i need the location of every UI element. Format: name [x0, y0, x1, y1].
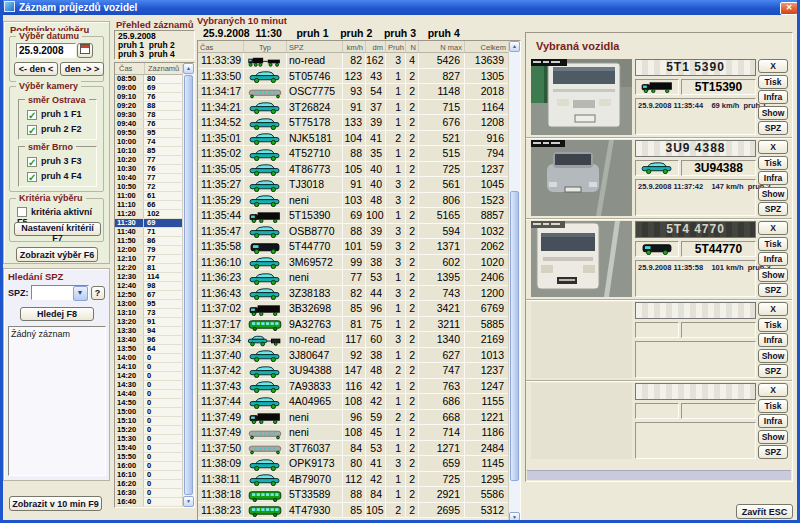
- checkbox-checked-icon[interactable]: ✓: [27, 110, 37, 120]
- table-row[interactable]: 11:35:27 TJ3018 91 40 3 2 561 1045: [198, 177, 509, 193]
- show-button[interactable]: Show: [758, 106, 788, 120]
- next-day-button[interactable]: den -> >: [60, 62, 104, 76]
- show-button[interactable]: Show: [758, 187, 788, 201]
- overview-row-count: 79: [144, 246, 183, 254]
- vehicle-photo[interactable]: [531, 221, 632, 297]
- show-button[interactable]: Show: [758, 430, 788, 444]
- show-selection-button[interactable]: Zobrazit výběr F6: [16, 247, 98, 262]
- table-row[interactable]: 11:38:18 5T33589 88 84 1 2 2921 5586: [198, 487, 509, 503]
- lane1-checkbox-row[interactable]: ✓pruh 1 F1: [27, 109, 82, 120]
- table-row[interactable]: 11:37:44 4A04965 108 42 1 2 686 1155: [198, 394, 509, 410]
- table-row[interactable]: 11:37:42 3U94388 147 48 2 2 747 1237: [198, 363, 509, 379]
- print-button[interactable]: Tisk: [758, 156, 788, 170]
- table-row[interactable]: 11:37:02 3B32698 85 96 1 2 3421 6769: [198, 301, 509, 317]
- close-window-button[interactable]: Zavřít ESC: [736, 504, 793, 519]
- scroll-up-icon[interactable]: ▲: [183, 63, 194, 74]
- print-button[interactable]: Tisk: [758, 318, 788, 332]
- table-row[interactable]: 11:38:09 OPK9173 80 41 3 2 659 1145: [198, 456, 509, 472]
- checkbox-checked-icon[interactable]: ✓: [27, 172, 37, 182]
- table-row[interactable]: 11:35:29 neni 103 48 3 2 806 1523: [198, 193, 509, 209]
- spz-button[interactable]: SPZ: [758, 121, 788, 135]
- table-row[interactable]: 11:33:39 no-read 82 162 3 4 5426 13639: [198, 53, 509, 69]
- vehicle-photo[interactable]: [531, 59, 632, 135]
- infra-button[interactable]: Infra: [758, 171, 788, 185]
- chevron-down-icon[interactable]: ▼: [73, 286, 88, 301]
- remove-button[interactable]: X: [758, 221, 788, 235]
- spz-help-button[interactable]: ?: [91, 286, 105, 300]
- close-icon[interactable]: ✕: [780, 2, 798, 15]
- row-kmh: 82: [343, 286, 366, 302]
- spz-button[interactable]: SPZ: [758, 283, 788, 297]
- spz-combobox[interactable]: ▼: [31, 285, 89, 300]
- scroll-up-icon[interactable]: ▲: [509, 41, 520, 52]
- show-10min-button[interactable]: Zobrazit v 10 min F9: [9, 496, 102, 511]
- table-row[interactable]: 11:36:10 3M69572 99 38 3 2 602 1020: [198, 255, 509, 271]
- prev-day-button[interactable]: <- den <: [14, 62, 58, 76]
- spz-button[interactable]: SPZ: [758, 445, 788, 459]
- table-row[interactable]: 11:34:17 OSC7775 93 54 1 2 1148 2018: [198, 84, 509, 100]
- remove-button[interactable]: X: [758, 59, 788, 73]
- vehicle-photo[interactable]: [531, 383, 632, 459]
- checkbox-checked-icon[interactable]: ✓: [27, 157, 37, 167]
- horizontal-scrollbar[interactable]: [527, 470, 791, 480]
- detail-scrollbar[interactable]: ▲ ▼: [508, 41, 520, 523]
- remove-button[interactable]: X: [758, 302, 788, 316]
- overview-scrollbar-thumb[interactable]: [184, 75, 193, 495]
- overview-scrollbar[interactable]: ▲ ▼: [182, 63, 194, 507]
- table-row[interactable]: 11:37:49 neni 108 45 1 2 714 1186: [198, 425, 509, 441]
- row-nmax: 1395: [419, 270, 465, 286]
- infra-button[interactable]: Infra: [758, 414, 788, 428]
- table-row[interactable]: 11:38:23 4T47930 85 105 2 2 2695 5312: [198, 503, 509, 519]
- remove-button[interactable]: X: [758, 383, 788, 397]
- scroll-down-icon[interactable]: ▼: [509, 512, 520, 523]
- criteria-settings-button[interactable]: Nastavení kritérií F7: [14, 222, 101, 236]
- table-row[interactable]: 11:37:40 3J80647 92 38 1 2 627 1013: [198, 348, 509, 364]
- vehicle-photo[interactable]: [531, 302, 632, 378]
- table-row[interactable]: 11:36:43 3Z38183 82 44 3 2 743 1200: [198, 286, 509, 302]
- print-button[interactable]: Tisk: [758, 237, 788, 251]
- calendar-button[interactable]: [77, 43, 93, 58]
- table-row[interactable]: 11:37:49 neni 96 59 2 2 668 1221: [198, 410, 509, 426]
- table-row[interactable]: 11:36:23 neni 77 53 1 2 1395 2406: [198, 270, 509, 286]
- remove-button[interactable]: X: [758, 140, 788, 154]
- print-button[interactable]: Tisk: [758, 75, 788, 89]
- vehicle-photo[interactable]: [531, 140, 632, 216]
- table-row[interactable]: 11:35:44 5T15390 69 100 1 2 5165 8857: [198, 208, 509, 224]
- table-row[interactable]: 11:33:50 5T05746 123 43 1 2 827 1305: [198, 69, 509, 85]
- date-input[interactable]: [16, 43, 76, 58]
- spz-button[interactable]: SPZ: [758, 364, 788, 378]
- table-row[interactable]: 11:37:50 3T76037 84 53 1 2 1271 2484: [198, 441, 509, 457]
- table-row[interactable]: 11:35:01 NJK5181 104 41 2 2 521 916: [198, 131, 509, 147]
- lane2-checkbox-row[interactable]: ✓pruh 2 F2: [27, 124, 82, 135]
- spz-button[interactable]: SPZ: [758, 202, 788, 216]
- table-row[interactable]: 11:35:58 5T44770 101 59 3 2 1371 2062: [198, 239, 509, 255]
- row-kmh: 88: [343, 487, 366, 503]
- table-row[interactable]: 11:38:11 4B79070 112 42 1 2 725 1295: [198, 472, 509, 488]
- show-button[interactable]: Show: [758, 268, 788, 282]
- lane3-checkbox-row[interactable]: ✓pruh 3 F3: [27, 156, 82, 167]
- infra-button[interactable]: Infra: [758, 252, 788, 266]
- table-row[interactable]: 11:37:43 7A93833 116 42 1 2 763 1247: [198, 379, 509, 395]
- row-nmax: 602: [419, 255, 465, 271]
- search-button[interactable]: Hledej F8: [20, 307, 94, 321]
- infra-button[interactable]: Infra: [758, 90, 788, 104]
- infra-button[interactable]: Infra: [758, 333, 788, 347]
- lane4-checkbox-row[interactable]: ✓pruh 4 F4: [27, 171, 82, 182]
- table-row[interactable]: 11:37:17 9A32763 81 75 1 2 3211 5885: [198, 317, 509, 333]
- checkbox-unchecked-icon[interactable]: [17, 207, 27, 217]
- checkbox-checked-icon[interactable]: ✓: [27, 125, 37, 135]
- row-spz: 3B32698: [287, 301, 343, 317]
- table-row[interactable]: 11:35:02 4T52710 88 35 1 2 515 794: [198, 146, 509, 162]
- show-button[interactable]: Show: [758, 349, 788, 363]
- table-row[interactable]: 11:34:52 5T75178 133 39 1 2 676 1208: [198, 115, 509, 131]
- table-row[interactable]: 11:37:34 no-read 117 60 3 2 1340 2169: [198, 332, 509, 348]
- detail-scrollbar-thumb[interactable]: [510, 191, 519, 481]
- row-spz: NJK5181: [287, 131, 343, 147]
- spz-results-list[interactable]: Žádný záznam: [8, 326, 106, 476]
- scroll-down-icon[interactable]: ▼: [183, 496, 194, 507]
- table-row[interactable]: 11:35:05 4T86773 105 40 1 2 725 1237: [198, 162, 509, 178]
- row-celkem: 1020: [465, 255, 509, 271]
- table-row[interactable]: 11:35:47 OSB8770 88 39 3 2 594 1032: [198, 224, 509, 240]
- print-button[interactable]: Tisk: [758, 399, 788, 413]
- table-row[interactable]: 11:34:21 3T26824 91 37 1 2 715 1164: [198, 100, 509, 116]
